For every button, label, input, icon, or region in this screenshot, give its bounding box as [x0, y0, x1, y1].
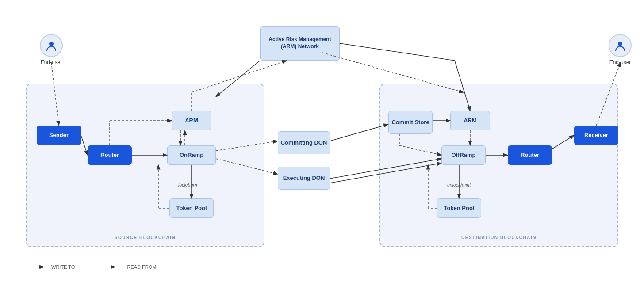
router-dst-node: Router [508, 145, 552, 165]
legend-read-from: READ FROM [92, 264, 156, 270]
svg-point-0 [49, 42, 54, 46]
diagram-container: Active Risk Management (ARM) Network SOU… [12, 8, 632, 274]
token-pool-src-node: Token Pool [169, 198, 214, 218]
source-blockchain-label: SOURCE BLOCKCHAIN [115, 235, 176, 240]
destination-blockchain-label: DESTINATION BLOCKCHAIN [461, 235, 537, 240]
arm-dst-node: ARM [450, 111, 490, 130]
onramp-node: OnRamp [167, 145, 216, 165]
receiver-node: Receiver [574, 126, 618, 145]
legend: WRITE TO READ FROM [21, 264, 156, 270]
executing-don-node: Executing DON [278, 167, 330, 190]
legend-write-to: WRITE TO [21, 264, 75, 270]
destination-blockchain-region: DESTINATION BLOCKCHAIN [380, 84, 618, 247]
sender-node: Sender [37, 126, 81, 145]
committing-don-node: Committing DON [278, 131, 330, 154]
unlock-mint-label: unlock/mint [447, 182, 471, 187]
user-left-avatar [40, 34, 63, 57]
user-right-avatar [609, 34, 632, 57]
user-left: End-user [40, 34, 63, 65]
commit-store-node: Commit Store [388, 111, 433, 134]
router-src-node: Router [88, 145, 132, 165]
arm-src-node: ARM [172, 111, 211, 130]
source-blockchain-region: SOURCE BLOCKCHAIN [26, 84, 264, 247]
offramp-node: OffRamp [441, 145, 486, 165]
token-pool-dst-node: Token Pool [437, 198, 481, 218]
user-right: End-user [609, 34, 632, 65]
arm-network-node: Active Risk Management (ARM) Network [260, 26, 340, 61]
svg-line-17 [340, 43, 455, 61]
lock-burn-label: lock/burn [178, 182, 197, 187]
svg-point-1 [618, 42, 622, 46]
